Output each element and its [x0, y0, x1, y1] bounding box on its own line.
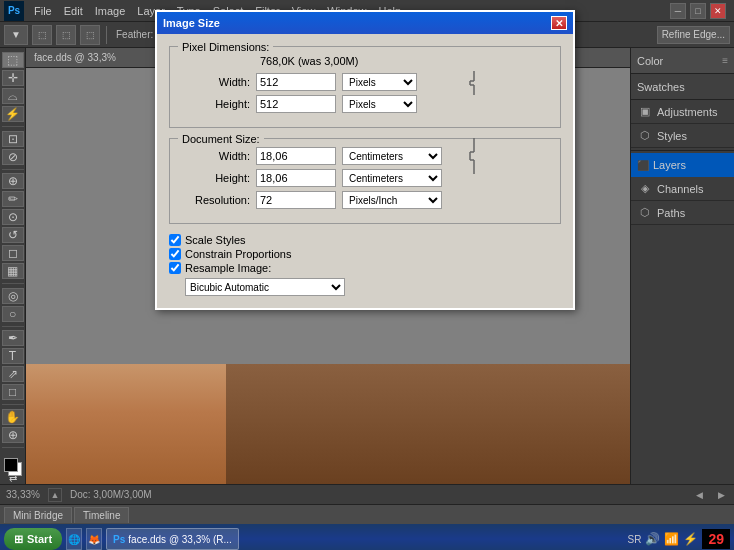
- resample-label: Resample Image:: [185, 262, 271, 274]
- scale-styles-checkbox[interactable]: [169, 234, 181, 246]
- swatches-panel-header[interactable]: Swatches: [631, 74, 734, 100]
- clone-tool[interactable]: ⊙: [2, 209, 24, 225]
- menu-image[interactable]: Image: [89, 3, 132, 19]
- panel-divider1: [631, 150, 734, 151]
- resample-select-row: Bicubic Automatic: [185, 278, 561, 296]
- move-tool[interactable]: ✛: [2, 70, 24, 86]
- pixel-width-row: Width: Pixels: [180, 73, 550, 91]
- doc-height-unit-select[interactable]: Centimeters: [342, 169, 442, 187]
- layers-panel-item[interactable]: ⬛ Layers: [631, 153, 734, 177]
- start-button[interactable]: ⊞ Start: [4, 528, 62, 550]
- link-icon-svg: [462, 63, 478, 101]
- minimize-button[interactable]: ─: [670, 3, 686, 19]
- menu-edit[interactable]: Edit: [58, 3, 89, 19]
- shape-tool[interactable]: □: [2, 384, 24, 400]
- crop-tool[interactable]: ⊡: [2, 131, 24, 147]
- modal-close-button[interactable]: ✕: [551, 16, 567, 30]
- tool-option3[interactable]: ⬚: [80, 25, 100, 45]
- pixel-dimensions-label: Pixel Dimensions:: [178, 41, 273, 53]
- tool-option1[interactable]: ⬚: [32, 25, 52, 45]
- menu-file[interactable]: File: [28, 3, 58, 19]
- blur-tool[interactable]: ◎: [2, 288, 24, 304]
- eraser-tool[interactable]: ◻: [2, 245, 24, 261]
- ps-taskbar-label: face.dds @ 33,3% (R...: [128, 534, 232, 545]
- firefox-icon: 🦊: [88, 534, 100, 545]
- channels-icon: ◈: [637, 181, 653, 197]
- status-icon[interactable]: ▲: [48, 488, 62, 502]
- lasso-tool[interactable]: ⌓: [2, 88, 24, 104]
- color-panel-header[interactable]: Color ≡: [631, 48, 734, 74]
- gradient-tool[interactable]: ▦: [2, 263, 24, 279]
- sr-label: SR: [628, 534, 642, 545]
- doc-width-label: Width:: [180, 150, 250, 162]
- tool-separator1: [2, 126, 24, 127]
- color-panel-label: Color: [637, 55, 663, 67]
- tool-option2[interactable]: ⬚: [56, 25, 76, 45]
- paths-panel-item[interactable]: ⬡ Paths: [631, 201, 734, 225]
- foreground-color-box[interactable]: [4, 458, 18, 472]
- quick-launch1[interactable]: 🌐: [66, 528, 82, 550]
- panel-collapse-icon: ≡: [722, 55, 728, 66]
- separator1: [106, 26, 107, 44]
- tools-panel: ⬚ ✛ ⌓ ⚡ ⊡ ⊘ ⊕ ✏ ⊙ ↺ ◻ ▦ ◎ ○ ✒ T ⇗ □ ✋ ⊕ …: [0, 48, 26, 484]
- adjustments-panel-item[interactable]: ▣ Adjustments: [631, 100, 734, 124]
- styles-panel-item[interactable]: ⬡ Styles: [631, 124, 734, 148]
- tool-preset-button[interactable]: ▼: [4, 25, 28, 45]
- mini-bridge-tab[interactable]: Mini Bridge: [4, 507, 72, 523]
- resolution-input[interactable]: [256, 191, 336, 209]
- doc-link-constraint-icon: [462, 130, 478, 182]
- doc-width-input[interactable]: [256, 147, 336, 165]
- pixel-height-input[interactable]: [256, 95, 336, 113]
- tool-separator5: [2, 404, 24, 405]
- constrain-label: Constrain Proportions: [185, 248, 291, 260]
- pixel-width-unit-select[interactable]: Pixels: [342, 73, 417, 91]
- timeline-tab[interactable]: Timeline: [74, 507, 129, 523]
- zoom-tool[interactable]: ⊕: [2, 427, 24, 443]
- network-icon[interactable]: 📶: [664, 532, 679, 546]
- doc-info: Doc: 3,00M/3,00M: [70, 489, 152, 500]
- pixel-height-unit-select[interactable]: Pixels: [342, 95, 417, 113]
- selection-tool[interactable]: ⬚: [2, 52, 24, 68]
- ps-taskbar-button[interactable]: Ps face.dds @ 33,3% (R...: [106, 528, 239, 550]
- path-tool[interactable]: ⇗: [2, 366, 24, 382]
- maximize-button[interactable]: □: [690, 3, 706, 19]
- speaker-icon[interactable]: 🔊: [645, 532, 660, 546]
- taskbar: ⊞ Start 🌐 🦊 Ps face.dds @ 33,3% (R... SR…: [0, 524, 734, 550]
- magic-wand-tool[interactable]: ⚡: [2, 106, 24, 122]
- constrain-checkbox[interactable]: [169, 248, 181, 260]
- scroll-right-icon[interactable]: ▶: [714, 488, 728, 502]
- resample-checkbox[interactable]: [169, 262, 181, 274]
- resample-method-select[interactable]: Bicubic Automatic: [185, 278, 345, 296]
- start-icon: ⊞: [14, 533, 23, 546]
- link-constraint-icon: [462, 63, 478, 101]
- canvas-image-dark: [226, 364, 630, 484]
- brush-tool[interactable]: ✏: [2, 191, 24, 207]
- scroll-left-icon[interactable]: ◀: [692, 488, 706, 502]
- pixel-height-label: Height:: [180, 98, 250, 110]
- doc-height-label: Height:: [180, 172, 250, 184]
- heal-tool[interactable]: ⊕: [2, 173, 24, 189]
- image-size-dialog[interactable]: Image Size ✕ OK Cancel Auto... Pixel Dim…: [155, 10, 575, 310]
- swatches-label: Swatches: [637, 81, 685, 93]
- quick-launch2[interactable]: 🦊: [86, 528, 102, 550]
- history-brush-tool[interactable]: ↺: [2, 227, 24, 243]
- resample-row: Resample Image:: [169, 262, 561, 274]
- close-button[interactable]: ✕: [710, 3, 726, 19]
- eyedropper-tool[interactable]: ⊘: [2, 149, 24, 165]
- pixel-dimensions-section: Pixel Dimensions: 768,0K (was 3,00M) Wid…: [169, 46, 561, 128]
- doc-height-input[interactable]: [256, 169, 336, 187]
- hand-tool[interactable]: ✋: [2, 409, 24, 425]
- doc-width-unit-select[interactable]: Centimeters: [342, 147, 442, 165]
- start-label: Start: [27, 533, 52, 545]
- resolution-unit-select[interactable]: Pixels/Inch: [342, 191, 442, 209]
- refine-edge-button[interactable]: Refine Edge...: [657, 26, 730, 44]
- pen-tool[interactable]: ✒: [2, 330, 24, 346]
- channels-panel-item[interactable]: ◈ Channels: [631, 177, 734, 201]
- pixel-width-input[interactable]: [256, 73, 336, 91]
- text-tool[interactable]: T: [2, 348, 24, 364]
- ps-taskbar-icon: Ps: [113, 534, 125, 545]
- zoom-level: 33,33%: [6, 489, 40, 500]
- dodge-tool[interactable]: ○: [2, 306, 24, 322]
- modal-title: Image Size: [163, 17, 220, 29]
- mini-bridge-bar: Mini Bridge Timeline: [0, 504, 734, 524]
